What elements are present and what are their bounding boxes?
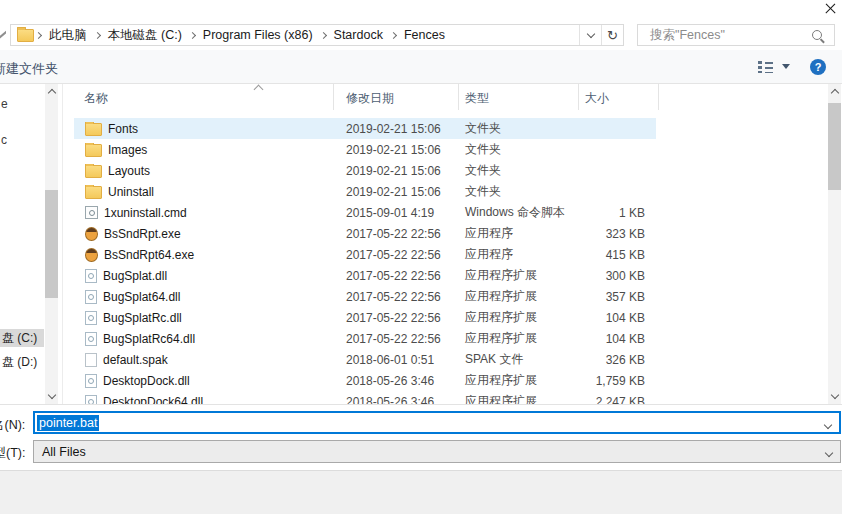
file-type: 文件夹: [459, 183, 579, 200]
sidebar-drive-item[interactable]: 盘 (D:): [0, 353, 44, 371]
file-size: 2,247 KB: [579, 395, 659, 405]
file-type: SPAK 文件: [459, 351, 579, 368]
table-row[interactable]: BsSndRpt.exe2017-05-22 22:56应用程序323 KB: [63, 223, 828, 244]
folder-icon: [85, 165, 102, 178]
file-date: 2018-05-26 3:46: [334, 374, 459, 388]
dll-gear-icon: [85, 311, 97, 325]
chevron-down-icon: [824, 421, 832, 429]
file-name: BugSplatRc.dll: [103, 311, 182, 325]
table-row[interactable]: DesktopDock.dll2018-05-26 3:46应用程序扩展1,75…: [63, 370, 828, 391]
file-size: 1 KB: [579, 206, 659, 220]
scroll-down-icon[interactable]: [828, 389, 841, 404]
file-size: 415 KB: [579, 248, 659, 262]
refresh-button[interactable]: ↻: [601, 25, 623, 45]
filename-input[interactable]: pointer.bat: [33, 411, 841, 434]
search-input[interactable]: 搜索"Fences": [637, 24, 835, 46]
file-list-scrollbar[interactable]: [828, 84, 841, 404]
table-row[interactable]: BugSplat.dll2017-05-22 22:56应用程序扩展300 KB: [63, 265, 828, 286]
breadcrumb-item[interactable]: Program Files (x86): [197, 28, 319, 42]
dll-gear-icon: [85, 269, 97, 283]
file-name: Layouts: [108, 164, 150, 178]
address-dropdown-button[interactable]: [579, 25, 601, 45]
file-type: 文件夹: [459, 162, 579, 179]
scroll-up-icon[interactable]: [45, 84, 58, 99]
scroll-down-icon[interactable]: [45, 389, 58, 404]
breadcrumb-items: 此电脑本地磁盘 (C:)Program Files (x86)StardockF…: [34, 25, 451, 45]
nav-up-arrow-fragment[interactable]: [0, 28, 6, 41]
table-row[interactable]: BugSplatRc.dll2017-05-22 22:56应用程序扩展104 …: [63, 307, 828, 328]
breadcrumb-item[interactable]: 本地磁盘 (C:): [102, 27, 188, 44]
file-type: 应用程序扩展: [459, 309, 579, 326]
dll-gear-icon: [85, 290, 97, 304]
cmd-script-icon: [85, 206, 98, 219]
file-date: 2017-05-22 22:56: [334, 290, 459, 304]
file-date: 2017-05-22 22:56: [334, 227, 459, 241]
file-name: 1xuninstall.cmd: [104, 206, 187, 220]
table-row[interactable]: 1xuninstall.cmd2015-09-01 4:19Windows 命令…: [63, 202, 828, 223]
breadcrumb-item[interactable]: Stardock: [328, 28, 389, 42]
file-list-header: 名称 修改日期 类型 大小: [63, 84, 828, 110]
breadcrumb: 此电脑本地磁盘 (C:)Program Files (x86)StardockF…: [10, 24, 624, 46]
file-size: 300 KB: [579, 269, 659, 283]
column-header-type[interactable]: 类型: [459, 84, 579, 110]
file-type: 应用程序扩展: [459, 372, 579, 389]
file-name: BsSndRpt.exe: [104, 227, 181, 241]
file-date: 2017-05-22 22:56: [334, 248, 459, 262]
new-folder-button[interactable]: 新建文件夹: [0, 60, 58, 78]
sidebar-item-fragment[interactable]: c: [1, 133, 7, 147]
breadcrumb-item[interactable]: Fences: [398, 28, 451, 42]
sidebar-drive-item[interactable]: 盘 (C:): [0, 329, 44, 347]
dropdown-triangle-icon: [782, 64, 790, 69]
table-row[interactable]: Fonts2019-02-21 15:06文件夹: [63, 118, 828, 139]
sidebar-scrollbar[interactable]: [45, 84, 58, 404]
breadcrumb-separator-icon: [189, 31, 196, 38]
table-row[interactable]: Images2019-02-21 15:06文件夹: [63, 139, 828, 160]
column-header-size[interactable]: 大小: [579, 84, 659, 110]
file-type: 应用程序: [459, 246, 579, 263]
file-name: default.spak: [103, 353, 168, 367]
file-rows: Fonts2019-02-21 15:06文件夹Images2019-02-21…: [63, 118, 828, 404]
list-view-icon: [758, 60, 773, 73]
close-icon[interactable]: [824, 2, 837, 15]
folder-icon: [17, 29, 34, 42]
folder-icon: [85, 144, 102, 157]
refresh-icon: ↻: [607, 29, 618, 42]
file-date: 2019-02-21 15:06: [334, 185, 459, 199]
table-row[interactable]: BugSplatRc64.dll2017-05-22 22:56应用程序扩展10…: [63, 328, 828, 349]
file-date: 2019-02-21 15:06: [334, 164, 459, 178]
bug-app-icon: [85, 248, 98, 262]
scrollbar-thumb[interactable]: [45, 190, 58, 298]
breadcrumb-separator-icon: [390, 31, 397, 38]
table-row[interactable]: Uninstall2019-02-21 15:06文件夹: [63, 181, 828, 202]
list-divider: [0, 404, 842, 405]
folder-icon: [85, 123, 102, 136]
file-type: 应用程序扩展: [459, 288, 579, 305]
help-button[interactable]: ?: [810, 59, 826, 75]
file-name: BsSndRpt64.exe: [104, 248, 194, 262]
view-options-button[interactable]: [758, 60, 790, 73]
file-name: BugSplatRc64.dll: [103, 332, 195, 346]
scrollbar-thumb[interactable]: [828, 103, 841, 190]
file-type: 应用程序扩展: [459, 393, 579, 404]
column-header-date[interactable]: 修改日期: [334, 84, 459, 110]
filetype-value: All Files: [42, 445, 86, 459]
column-header-name[interactable]: 名称: [63, 84, 334, 110]
file-type: 应用程序扩展: [459, 330, 579, 347]
sidebar-item-fragment[interactable]: e: [1, 97, 8, 111]
table-row[interactable]: Layouts2019-02-21 15:06文件夹: [63, 160, 828, 181]
table-row[interactable]: default.spak2018-06-01 0:51SPAK 文件326 KB: [63, 349, 828, 370]
table-row[interactable]: BugSplat64.dll2017-05-22 22:56应用程序扩展357 …: [63, 286, 828, 307]
breadcrumb-separator-icon: [35, 31, 42, 38]
breadcrumb-separator-icon: [93, 31, 100, 38]
dll-gear-icon: [85, 374, 97, 388]
scroll-up-icon[interactable]: [828, 84, 841, 99]
breadcrumb-item[interactable]: 此电脑: [43, 27, 93, 44]
file-name: BugSplat.dll: [103, 269, 167, 283]
table-row[interactable]: BsSndRpt64.exe2017-05-22 22:56应用程序415 KB: [63, 244, 828, 265]
filetype-select[interactable]: All Files: [33, 440, 841, 463]
file-type: 应用程序: [459, 225, 579, 242]
table-row[interactable]: DesktopDock64.dll2018-05-26 3:46应用程序扩展2,…: [63, 391, 828, 404]
file-name: DesktopDock64.dll: [103, 395, 203, 405]
sidebar-drive-label: 盘 (C:): [2, 330, 37, 347]
file-size: 1,759 KB: [579, 374, 659, 388]
